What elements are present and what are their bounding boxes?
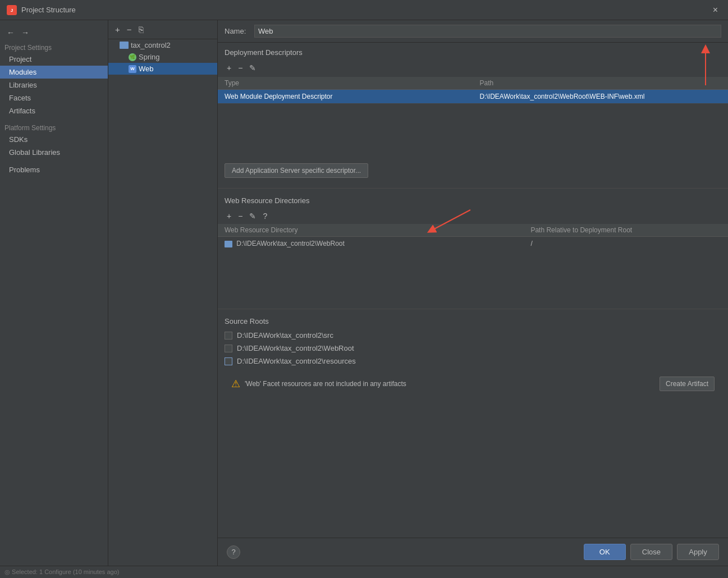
tree-node-web[interactable]: W Web bbox=[108, 63, 217, 75]
sidebar-item-sdks-label: SDKs bbox=[9, 135, 28, 144]
tree-node-root-label: tax_control2 bbox=[131, 41, 171, 49]
sidebar-item-libraries-label: Libraries bbox=[9, 81, 37, 89]
status-bar: ◎ Selected: 1 Configure (10 minutes ago) bbox=[0, 566, 728, 578]
section-divider-1 bbox=[218, 188, 728, 189]
name-label: Name: bbox=[225, 27, 250, 35]
bottom-bar: ? OK Close Apply bbox=[218, 538, 728, 566]
ok-button[interactable]: OK bbox=[584, 544, 626, 560]
wrd-remove-button[interactable]: − bbox=[236, 210, 245, 222]
tree-node-spring[interactable]: 🌿 Spring bbox=[108, 51, 217, 63]
dd-empty-space bbox=[218, 105, 728, 155]
deployment-descriptors-table-container: Type Path Web Module Deployment Descript… bbox=[218, 77, 728, 104]
tree-copy-button[interactable]: ⎘ bbox=[136, 24, 146, 35]
wrd-row-relative-path: / bbox=[524, 237, 728, 251]
wrd-table-container: Web Resource Directory Path Relative to … bbox=[218, 224, 728, 250]
app-icon: J bbox=[7, 5, 17, 15]
help-button[interactable]: ? bbox=[227, 545, 240, 559]
folder-icon bbox=[120, 42, 129, 49]
sidebar: ← → Project Settings Project Modules Lib… bbox=[0, 20, 108, 566]
platform-settings-label: Platform Settings bbox=[0, 122, 108, 133]
sidebar-item-libraries[interactable]: Libraries bbox=[0, 79, 108, 91]
title-bar: J Project Structure × bbox=[0, 0, 728, 20]
add-descriptor-container: Add Application Server specific descript… bbox=[218, 155, 728, 186]
table-row[interactable]: Web Module Deployment Descriptor D:\IDEA… bbox=[218, 90, 728, 104]
wrd-empty-space bbox=[218, 250, 728, 306]
wrd-help-button[interactable]: ? bbox=[260, 210, 269, 222]
close-button[interactable]: × bbox=[709, 4, 721, 16]
sidebar-item-global-libraries[interactable]: Global Libraries bbox=[0, 146, 108, 159]
nav-back-button[interactable]: ← bbox=[4, 27, 17, 38]
web-icon: W bbox=[129, 65, 136, 73]
wrd-table: Web Resource Directory Path Relative to … bbox=[218, 224, 728, 250]
tree-toolbar: + − ⎘ bbox=[108, 20, 217, 39]
sidebar-item-sdks[interactable]: SDKs bbox=[0, 133, 108, 146]
source-root-checkbox-2[interactable] bbox=[225, 357, 232, 365]
bottom-help: ? bbox=[227, 545, 240, 559]
dd-row-path: D:\IDEAWork\tax_control2\WebRoot\WEB-INF… bbox=[473, 90, 729, 104]
tree-add-button[interactable]: + bbox=[113, 24, 122, 35]
sidebar-item-artifacts[interactable]: Artifacts bbox=[0, 104, 108, 117]
deployment-descriptors-header: Deployment Descriptors bbox=[218, 43, 728, 60]
deployment-descriptors-table: Type Path Web Module Deployment Descript… bbox=[218, 77, 728, 104]
source-root-item-1: D:\IDEAWork\tax_control2\WebRoot bbox=[218, 342, 728, 355]
dd-row-type: Web Module Deployment Descriptor bbox=[218, 90, 473, 104]
dd-remove-button[interactable]: − bbox=[236, 62, 245, 74]
web-resource-directories-header: Web Resource Directories bbox=[218, 191, 728, 208]
apply-button[interactable]: Apply bbox=[677, 544, 719, 560]
warning-icon: ⚠ bbox=[231, 378, 240, 390]
dd-edit-button[interactable]: ✎ bbox=[247, 62, 258, 74]
problems-section: Problems bbox=[0, 163, 108, 176]
sidebar-item-problems[interactable]: Problems bbox=[0, 163, 108, 176]
wrd-edit-button[interactable]: ✎ bbox=[247, 210, 258, 222]
source-root-item-2: D:\IDEAWork\tax_control2\resources bbox=[218, 355, 728, 368]
create-artifact-button[interactable]: Create Artifact bbox=[660, 377, 715, 391]
dd-col-path: Path bbox=[473, 77, 729, 90]
source-root-checkbox-1[interactable] bbox=[225, 345, 232, 352]
window-title: Project Structure bbox=[21, 6, 709, 14]
sidebar-item-facets[interactable]: Facets bbox=[0, 91, 108, 104]
section-divider-2 bbox=[218, 309, 728, 309]
wrd-add-button[interactable]: + bbox=[225, 210, 233, 222]
sidebar-item-global-libraries-label: Global Libraries bbox=[9, 148, 60, 157]
source-root-checkbox-0[interactable] bbox=[225, 332, 232, 340]
platform-settings-section: Platform Settings SDKs Global Libraries bbox=[0, 122, 108, 159]
name-bar: Name: bbox=[218, 20, 728, 43]
warning-text: 'Web' Facet resources are not included i… bbox=[245, 380, 655, 388]
sidebar-item-problems-label: Problems bbox=[9, 166, 40, 174]
deployment-descriptors-toolbar: + − ✎ bbox=[218, 60, 728, 76]
sidebar-item-project-label: Project bbox=[9, 55, 31, 63]
sidebar-item-modules[interactable]: Modules bbox=[0, 66, 108, 79]
tree-node-spring-label: Spring bbox=[139, 53, 160, 61]
folder-small-icon bbox=[225, 241, 232, 247]
sidebar-item-project[interactable]: Project bbox=[0, 53, 108, 66]
tree-node-web-label: Web bbox=[139, 65, 154, 73]
content-area: Name: Deployment Descriptors + − ✎ Type … bbox=[218, 20, 728, 566]
source-root-path-1: D:\IDEAWork\tax_control2\WebRoot bbox=[237, 344, 354, 352]
source-root-item-0: D:\IDEAWork\tax_control2\src bbox=[218, 329, 728, 342]
nav-forward-button[interactable]: → bbox=[19, 27, 31, 38]
warning-bar: ⚠ 'Web' Facet resources are not included… bbox=[225, 372, 721, 396]
tree-node-root[interactable]: tax_control2 bbox=[108, 39, 217, 51]
wrd-col-relative-path: Path Relative to Deployment Root bbox=[524, 224, 728, 237]
table-row[interactable]: D:\IDEAWork\tax_control2\WebRoot / bbox=[218, 237, 728, 251]
nav-arrows: ← → bbox=[0, 24, 108, 42]
wrd-col-directory: Web Resource Directory bbox=[218, 224, 524, 237]
dd-add-button[interactable]: + bbox=[225, 62, 233, 74]
tree-remove-button[interactable]: − bbox=[125, 24, 134, 35]
wrd-row-directory: D:\IDEAWork\tax_control2\WebRoot bbox=[218, 237, 524, 251]
source-root-path-0: D:\IDEAWork\tax_control2\src bbox=[237, 331, 333, 340]
svg-text:J: J bbox=[11, 8, 13, 13]
source-root-path-2: D:\IDEAWork\tax_control2\resources bbox=[237, 357, 356, 365]
content-scroll: Deployment Descriptors + − ✎ Type Path bbox=[218, 43, 728, 538]
close-dialog-button[interactable]: Close bbox=[630, 544, 672, 560]
wrd-toolbar: + − ✎ ? bbox=[218, 208, 728, 224]
sidebar-item-artifacts-label: Artifacts bbox=[9, 107, 35, 115]
sidebar-item-facets-label: Facets bbox=[9, 94, 31, 102]
spring-icon: 🌿 bbox=[129, 53, 136, 61]
add-descriptor-button[interactable]: Add Application Server specific descript… bbox=[225, 163, 368, 178]
status-text: ◎ Selected: 1 Configure (10 minutes ago) bbox=[4, 568, 119, 576]
project-settings-label: Project Settings bbox=[0, 42, 108, 53]
name-input[interactable] bbox=[254, 25, 721, 38]
source-roots-header: Source Roots bbox=[218, 311, 728, 329]
module-tree-panel: + − ⎘ tax_control2 🌿 Spring W Web bbox=[108, 20, 218, 566]
